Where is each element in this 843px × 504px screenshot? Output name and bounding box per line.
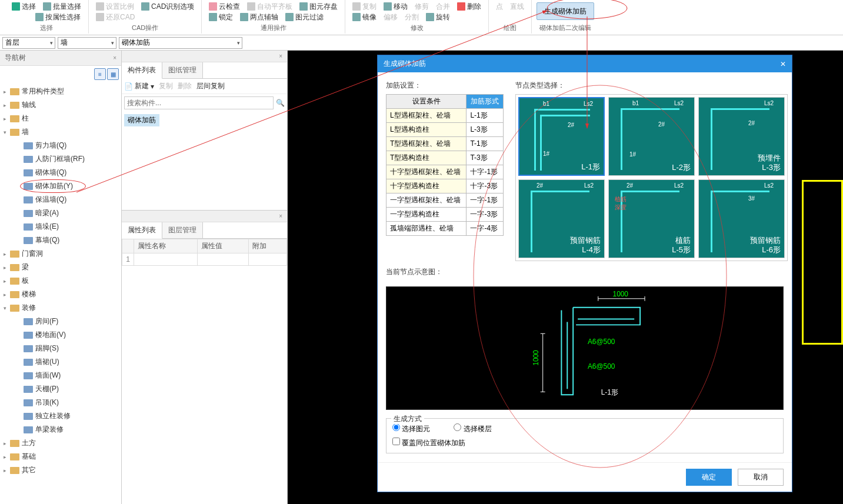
nav-axis[interactable]: 轴线: [0, 98, 121, 112]
store-button[interactable]: 图元存盘: [297, 1, 340, 12]
merge-button: 合并: [434, 1, 452, 12]
nav-shear-wall[interactable]: 剪力墙(Q): [0, 139, 121, 152]
card-label: L-5形: [672, 245, 691, 255]
cfg-cell[interactable]: 一字-3形: [467, 208, 504, 222]
tab-component-list[interactable]: 构件列表: [122, 62, 162, 79]
tab-drawing-mgmt[interactable]: 图纸管理: [162, 62, 203, 78]
nav-room[interactable]: 房间(F): [0, 315, 121, 328]
nav-col-finish[interactable]: 独立柱装修: [0, 409, 121, 423]
nav-floor-area[interactable]: 楼地面(V): [0, 328, 121, 342]
generate-masonry-button[interactable]: 生成砌体加筋: [537, 2, 594, 20]
rotate-button[interactable]: 旋转: [424, 12, 452, 22]
mid-close-icon[interactable]: ×: [279, 53, 282, 59]
dialog-title-bar[interactable]: 生成砌体加筋 ✕: [378, 55, 792, 72]
by-prop-select-button[interactable]: 按属性选择: [33, 12, 83, 22]
cfg-cell[interactable]: 一字型遇框架柱、砼墙: [386, 193, 467, 208]
nav-finish[interactable]: 装修: [0, 301, 121, 315]
cfg-cell[interactable]: T型遇构造柱: [386, 151, 467, 165]
nav-masonry-wall[interactable]: 砌体墙(Q): [0, 166, 121, 179]
prop-close-icon[interactable]: ×: [279, 213, 282, 219]
cfg-cell[interactable]: L型遇框架柱、砼墙: [386, 109, 467, 123]
nav-stair[interactable]: 楼梯: [0, 288, 121, 301]
tree-view-grid-icon[interactable]: ▦: [107, 68, 119, 80]
nav-column[interactable]: 柱: [0, 112, 121, 125]
nav-single-beam[interactable]: 单梁装修: [0, 423, 121, 436]
cloud-check-button[interactable]: 云检查: [206, 1, 242, 12]
canvas-element: [802, 180, 843, 345]
prop-cell[interactable]: [197, 253, 248, 266]
category-combo[interactable]: 墙: [58, 37, 116, 49]
new-button[interactable]: 📄 新建 ▾: [124, 81, 154, 91]
nav-dark-beam[interactable]: 暗梁(A): [0, 206, 121, 220]
nav-found[interactable]: 基础: [0, 450, 121, 463]
search-input[interactable]: [124, 96, 274, 109]
nav-wall[interactable]: 墙: [0, 125, 121, 139]
cfg-cell[interactable]: 一字型遇构造柱: [386, 208, 467, 222]
nav-ceiling[interactable]: 天棚(P): [0, 382, 121, 396]
move-button[interactable]: 移动: [381, 1, 410, 12]
ok-button[interactable]: 确定: [686, 469, 732, 486]
card-l4[interactable]: 2#Ls2 预留钢筋 L-4形: [518, 179, 605, 258]
nav-insulation[interactable]: 保温墙(Q): [0, 193, 121, 206]
cfg-cell[interactable]: 十字-1形: [467, 165, 504, 179]
mirror-button[interactable]: 镜像: [350, 12, 379, 22]
floor-combo[interactable]: 首层: [2, 37, 55, 49]
cfg-cell[interactable]: 一字-4形: [467, 222, 504, 236]
card-l6[interactable]: Ls23# 预留钢筋 L-6形: [698, 179, 785, 258]
batch-select-button[interactable]: 批量选择: [41, 1, 84, 12]
nav-wall-face[interactable]: 墙面(W): [0, 369, 121, 382]
nav-earth[interactable]: 土方: [0, 436, 121, 450]
nav-curtain[interactable]: 幕墙(Q): [0, 233, 121, 247]
card-l5[interactable]: 2#Ls2 植筋深度 植筋 L-5形: [608, 179, 695, 258]
nav-wall-stack[interactable]: 墙垛(E): [0, 220, 121, 233]
nav-door-frame[interactable]: 人防门框墙(RF): [0, 152, 121, 166]
nav-close-icon[interactable]: ×: [113, 55, 116, 61]
floor-copy-button[interactable]: 层间复制: [196, 81, 225, 91]
nav-masonry-reinforce[interactable]: 砌体加筋(Y): [0, 179, 121, 193]
nav-beam[interactable]: 梁: [0, 261, 121, 274]
cfg-cell[interactable]: T型遇框架柱、砼墙: [386, 137, 467, 151]
nav-common[interactable]: 常用构件类型: [0, 85, 121, 98]
col-prop-value: 属性值: [197, 239, 248, 253]
radio-select-elem[interactable]: 选择图元: [392, 423, 430, 434]
cfg-cell[interactable]: T-1形: [467, 137, 504, 151]
nav-suspended[interactable]: 吊顶(K): [0, 396, 121, 409]
cfg-cell[interactable]: 十字型遇构造柱: [386, 179, 467, 193]
tree-view-list-icon[interactable]: ≡: [94, 68, 106, 80]
cfg-cell[interactable]: T-3形: [467, 151, 504, 165]
radio-select-floor[interactable]: 选择楼层: [454, 423, 491, 434]
check-overwrite[interactable]: 覆盖同位置砌体加筋: [392, 439, 465, 447]
cad-option-button[interactable]: CAD识别选项: [139, 1, 196, 12]
cfg-cell[interactable]: L-3形: [467, 123, 504, 137]
card-l3[interactable]: Ls22# 预埋件 L-3形: [698, 97, 785, 176]
nav-wainscot[interactable]: 墙裙(U): [0, 355, 121, 369]
dialog-close-icon[interactable]: ✕: [780, 60, 786, 68]
prop-cell[interactable]: [134, 253, 198, 266]
nav-slab[interactable]: 板: [0, 274, 121, 288]
cancel-button[interactable]: 取消: [738, 469, 784, 486]
cfg-cell[interactable]: 孤墙端部遇柱、砼墙: [386, 222, 467, 236]
cfg-cell[interactable]: 十字型遇框架柱、砼墙: [386, 165, 467, 179]
filter-button[interactable]: 图元过滤: [283, 12, 326, 22]
nav-skirt[interactable]: 踢脚(S): [0, 342, 121, 355]
tab-prop-list[interactable]: 属性列表: [122, 222, 162, 239]
two-axis-button[interactable]: 两点辅轴: [238, 12, 281, 22]
tab-layer-mgmt[interactable]: 图层管理: [162, 222, 203, 238]
select-button[interactable]: 选择: [9, 1, 38, 12]
cfg-cell[interactable]: 一字-1形: [467, 193, 504, 208]
cfg-cell[interactable]: L-1形: [467, 109, 504, 123]
delete-button[interactable]: 删除: [455, 1, 484, 12]
prop-cell[interactable]: [248, 253, 286, 266]
list-item[interactable]: 砌体加筋: [124, 114, 159, 126]
lock-button[interactable]: 锁定: [206, 12, 235, 22]
nav-other[interactable]: 其它: [0, 463, 121, 477]
cfg-cell[interactable]: 十字-3形: [467, 179, 504, 193]
cfg-cell[interactable]: L型遇构造柱: [386, 123, 467, 137]
card-l1[interactable]: b1Ls2 2#1# L-1形: [518, 97, 605, 176]
point-button: 点: [494, 1, 505, 12]
type-combo[interactable]: 砌体加筋: [119, 37, 242, 49]
card-l2[interactable]: b1Ls2 2#1# L-2形: [608, 97, 695, 176]
setting-label: 加筋设置：: [386, 81, 504, 91]
search-icon[interactable]: 🔍: [276, 96, 285, 109]
nav-opening[interactable]: 门窗洞: [0, 247, 121, 261]
